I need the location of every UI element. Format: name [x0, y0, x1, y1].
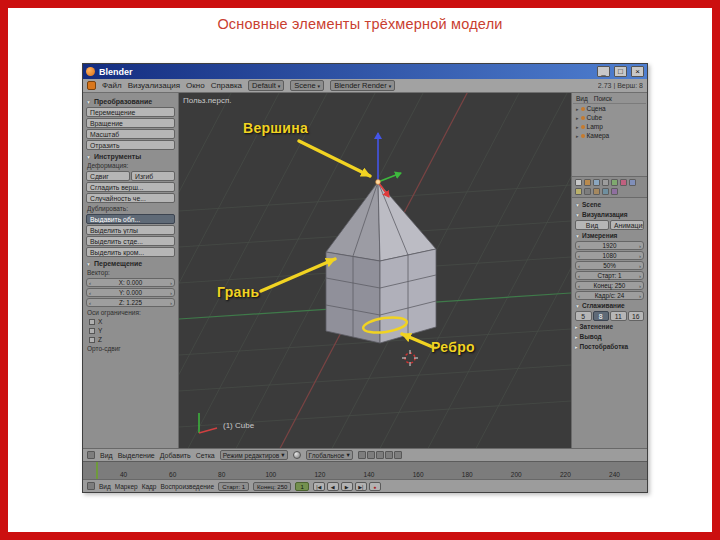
panel-header-shading[interactable]: ▸ Затенение: [573, 322, 646, 331]
view3d-menu-select[interactable]: Выделение: [118, 452, 155, 459]
world-tab-icon[interactable]: [593, 179, 600, 186]
render-still-button[interactable]: Вид: [575, 220, 609, 230]
decrement-icon[interactable]: ‹: [578, 253, 580, 259]
increment-icon[interactable]: ›: [639, 273, 641, 279]
tool-button-scale[interactable]: Масштаб: [86, 129, 175, 139]
decrement-icon[interactable]: ‹: [89, 300, 91, 306]
object-tab-icon[interactable]: [602, 179, 609, 186]
editor-type-icon[interactable]: [87, 482, 95, 490]
play-reverse-button[interactable]: ◀: [327, 482, 339, 491]
decrement-icon[interactable]: ‹: [578, 243, 580, 249]
tool-button-bend[interactable]: Изгиб: [131, 171, 175, 181]
tool-button-select-sides[interactable]: Выделить стде...: [86, 236, 175, 246]
axis-x-checkbox[interactable]: X: [84, 317, 177, 326]
jump-to-end-button[interactable]: ▶|: [355, 482, 367, 491]
increment-icon[interactable]: ›: [639, 253, 641, 259]
aa-5-button[interactable]: 5: [575, 311, 592, 321]
panel-header-postprocessing[interactable]: ▸ Постобработка: [573, 342, 646, 351]
particles-tab-icon[interactable]: [584, 188, 591, 195]
extra-tab-icon[interactable]: [611, 188, 618, 195]
view3d-menu-mesh[interactable]: Сетка: [196, 452, 215, 459]
tool-button-smooth-vertex[interactable]: Сгладить верш...: [86, 182, 175, 192]
scene-tab-icon[interactable]: [584, 179, 591, 186]
timeline-menu-marker[interactable]: Маркер: [115, 483, 138, 490]
increment-icon[interactable]: ›: [639, 283, 641, 289]
increment-icon[interactable]: ›: [639, 293, 641, 299]
face-select-icon[interactable]: [376, 451, 384, 459]
increment-icon[interactable]: ›: [639, 243, 641, 249]
window-titlebar[interactable]: Blender _ □ ×: [83, 64, 647, 79]
vector-z-field[interactable]: ‹ Z: 1.225 ›: [86, 298, 175, 307]
resolution-percentage-slider[interactable]: ‹ 50% ›: [575, 261, 644, 270]
view3d-menu-add[interactable]: Добавить: [160, 452, 191, 459]
3d-viewport[interactable]: Польз.персп. (1) Cube Вершина Грань Ребр…: [179, 93, 571, 448]
play-button[interactable]: ▶: [341, 482, 353, 491]
texture-tab-icon[interactable]: [575, 188, 582, 195]
frame-start-slider[interactable]: ‹ Старт: 1 ›: [575, 271, 644, 280]
panel-header-tools[interactable]: ▼ Инструменты: [84, 152, 177, 161]
end-frame-field[interactable]: Конец: 250: [253, 482, 291, 491]
timeline-menu-view[interactable]: Вид: [99, 483, 111, 490]
edge-select-icon[interactable]: [367, 451, 375, 459]
scene-dropdown[interactable]: Scene ▾: [290, 80, 324, 91]
tool-button-rotate[interactable]: Вращение: [86, 118, 175, 128]
tool-button-shear[interactable]: Сдвиг: [86, 171, 130, 181]
decrement-icon[interactable]: ‹: [578, 293, 580, 299]
vertex-select-icon[interactable]: [358, 451, 366, 459]
outliner-item-lamp[interactable]: ▸ Lamp: [573, 122, 646, 131]
menu-window[interactable]: Окно: [186, 81, 205, 90]
panel-header-transform[interactable]: ▼ Преобразование: [84, 97, 177, 106]
aa-11-button[interactable]: 11: [610, 311, 627, 321]
decrement-icon[interactable]: ‹: [89, 280, 91, 286]
data-tab-icon[interactable]: [620, 179, 627, 186]
current-frame-playhead[interactable]: [96, 462, 98, 479]
menu-help[interactable]: Справка: [211, 81, 242, 90]
blender-logo-icon[interactable]: [87, 81, 96, 90]
timeline-menu-playback[interactable]: Воспроизведение: [160, 483, 214, 490]
panel-header-render[interactable]: ▼ Визуализация: [573, 210, 646, 219]
jump-to-start-button[interactable]: |◀: [313, 482, 325, 491]
tool-button-extrude[interactable]: Выдавить обл...: [86, 214, 175, 224]
outliner-menu-search[interactable]: Поиск: [594, 95, 612, 102]
increment-icon[interactable]: ›: [639, 263, 641, 269]
minimize-button[interactable]: _: [597, 66, 610, 77]
modifiers-tab-icon[interactable]: [611, 179, 618, 186]
aa-16-button[interactable]: 16: [628, 311, 645, 321]
tool-button-select-corners[interactable]: Выделить углы: [86, 225, 175, 235]
material-tab-icon[interactable]: [629, 179, 636, 186]
maximize-button[interactable]: □: [614, 66, 627, 77]
snap-magnet-icon[interactable]: [385, 451, 393, 459]
panel-header-output[interactable]: ▸ Вывод: [573, 332, 646, 341]
decrement-icon[interactable]: ‹: [578, 273, 580, 279]
menu-file[interactable]: Файл: [102, 81, 122, 90]
close-button[interactable]: ×: [631, 66, 644, 77]
tool-button-select-edges[interactable]: Выделить кром...: [86, 247, 175, 257]
frame-rate-slider[interactable]: ‹ Кадр/с: 24 ›: [575, 291, 644, 300]
timeline-menu-frame[interactable]: Кадр: [142, 483, 157, 490]
aa-8-button[interactable]: 8: [593, 311, 610, 321]
panel-header-translate-operator[interactable]: ▼ Перемещение: [84, 259, 177, 268]
panel-header-dimensions[interactable]: ▼ Измерения: [573, 231, 646, 240]
tool-button-translate[interactable]: Перемещение: [86, 107, 175, 117]
outliner-item-scene[interactable]: ▸ Сцена: [573, 104, 646, 113]
start-frame-field[interactable]: Старт: 1: [218, 482, 249, 491]
tool-button-mirror[interactable]: Отразить: [86, 140, 175, 150]
mode-dropdown[interactable]: Режим редактиров ▾: [220, 450, 288, 460]
vector-x-field[interactable]: ‹ X: 0.000 ›: [86, 278, 175, 287]
outliner-item-cube[interactable]: ▸ Cube: [573, 113, 646, 122]
render-tab-icon[interactable]: [575, 179, 582, 186]
resolution-x-slider[interactable]: ‹ 1920 ›: [575, 241, 644, 250]
panel-header-antialiasing[interactable]: ▼ Сглаживание: [573, 301, 646, 310]
constraints-tab-icon[interactable]: [602, 188, 609, 195]
timeline-ruler[interactable]: 40 60 80 100 120 140 160 180 200 220 240: [83, 461, 647, 479]
decrement-icon[interactable]: ‹: [89, 290, 91, 296]
decrement-icon[interactable]: ‹: [578, 263, 580, 269]
viewport-shading-icon[interactable]: [293, 451, 301, 459]
frame-end-slider[interactable]: ‹ Конец: 250 ›: [575, 281, 644, 290]
increment-icon[interactable]: ›: [170, 290, 172, 296]
menu-render[interactable]: Визуализация: [128, 81, 180, 90]
axis-z-checkbox[interactable]: Z: [84, 335, 177, 344]
increment-icon[interactable]: ›: [170, 280, 172, 286]
physics-tab-icon[interactable]: [593, 188, 600, 195]
view3d-menu-view[interactable]: Вид: [100, 452, 113, 459]
